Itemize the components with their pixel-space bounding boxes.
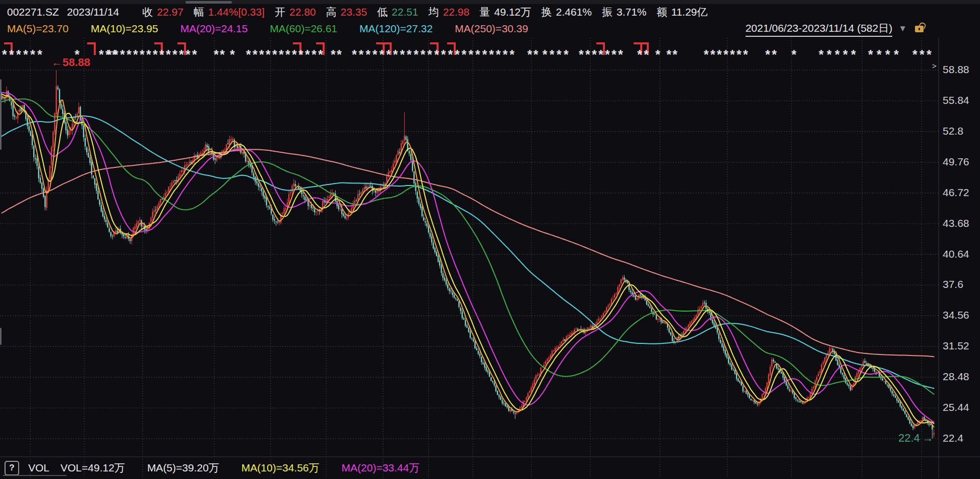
dividend-marker-icon: * (448, 48, 453, 61)
dividend-marker-icon: * (259, 48, 264, 61)
dividend-marker-icon: * (279, 48, 284, 61)
quote-field-label: 均 (428, 6, 439, 18)
dividend-marker-icon: * (611, 48, 617, 61)
stock-chart-app: 002271.SZ 2023/11/14 收22.97幅1.44%[0.33]开… (0, 0, 980, 479)
dividend-marker-icon: * (737, 48, 742, 61)
dividend-marker-icon: * (379, 48, 384, 61)
volume-tab-underline (3, 475, 67, 476)
dividend-marker-icon: * (37, 48, 42, 61)
quote-field-value: 22.98 (443, 6, 470, 18)
price-axis-label: 52.8 (943, 125, 963, 137)
quote-field-label: 额 (657, 6, 667, 18)
volume-legend-item: MA(20)=33.44万 (342, 462, 420, 473)
price-axis-label: 40.64 (943, 248, 969, 260)
ma-legend-item: MA(60)=26.61 (270, 23, 337, 34)
dividend-marker-icon: * (298, 48, 303, 61)
dividend-marker-icon: * (359, 48, 364, 61)
quote-field-label: 收 (142, 6, 153, 18)
window-top-strip (0, 0, 980, 4)
dividend-marker-icon: * (927, 48, 932, 61)
dividend-marker-icon: * (246, 48, 251, 61)
dividend-marker-icon: * (827, 48, 832, 61)
window-high-annotation: ←58.88 (51, 56, 90, 69)
dividend-marker-icon: * (159, 48, 164, 61)
quote-date: 2023/11/14 (67, 6, 119, 18)
quote-field-label: 量 (479, 6, 490, 18)
dividend-marker-icon: * (400, 48, 405, 61)
quote-field-label: 振 (602, 6, 612, 18)
dividend-marker-icon: * (877, 48, 882, 61)
dividend-marker-icon: * (413, 48, 418, 61)
dividend-marker-icon: * (475, 48, 480, 61)
dividend-marker-icon: * (441, 48, 446, 61)
volume-legend-item: MA(5)=39.20万 (147, 462, 219, 473)
dividend-marker-icon: * (107, 48, 112, 61)
dividend-marker-icon: * (851, 48, 856, 61)
stock-symbol: 002271.SZ (7, 6, 59, 18)
top-strip-segment (186, 1, 232, 4)
dividend-marker-icon: * (672, 48, 678, 61)
dividend-marker-icon: * (272, 48, 277, 61)
dividend-marker-icon: * (920, 48, 925, 61)
price-axis-label: 58.88 (943, 64, 969, 76)
quote-field-label: 低 (377, 6, 388, 18)
price-axis-label: 34.56 (943, 309, 969, 321)
quote-field-value: 22.97 (157, 6, 183, 18)
help-button[interactable]: ? (5, 461, 19, 475)
dividend-marker-icon: * (592, 48, 597, 61)
window-low-value: 22.4 (898, 432, 920, 445)
dividend-marker-icon: * (2, 48, 7, 61)
quote-header-row: 002271.SZ 2023/11/14 收22.97幅1.44%[0.33]开… (0, 5, 980, 20)
dividend-marker-icon: * (482, 48, 487, 61)
dividend-marker-icon: * (579, 48, 584, 61)
dividend-marker-icon: * (99, 48, 104, 61)
chevron-down-icon[interactable]: ▼ (898, 24, 907, 34)
unlock-icon[interactable] (915, 26, 924, 32)
dividend-marker-icon: * (468, 48, 473, 61)
quote-field-value: 22.80 (289, 6, 316, 18)
dividend-marker-icon: * (192, 48, 197, 61)
dividend-marker-icon: * (127, 48, 132, 61)
dividend-marker-icon: * (843, 48, 848, 61)
price-axis-label: 25.44 (943, 401, 969, 413)
volume-legend-items: VOLVOL=49.12万MA(5)=39.20万MA(10)=34.56万MA… (19, 461, 419, 475)
dividend-marker-icon: * (542, 48, 547, 61)
dividend-marker-icon: * (352, 48, 357, 61)
dividend-marker-icon: * (717, 48, 722, 61)
window-low-annotation: 22.4 → (898, 432, 934, 445)
date-range-label[interactable]: 2021/06/23-2023/11/14 (582日) (746, 21, 893, 37)
dividend-marker-icon: * (253, 48, 258, 61)
price-axis-label: 22.4 (943, 432, 963, 444)
range-selector[interactable]: 2021/06/23-2023/11/14 (582日) ▼ (746, 21, 924, 37)
dividend-marker-icon: * (835, 48, 840, 61)
dividend-marker-icon: * (772, 48, 777, 61)
dividend-marker-icon: * (549, 48, 555, 61)
quote-field-value: 2.461% (556, 6, 592, 18)
ma-legend-item: MA(20)=24.15 (180, 23, 248, 34)
ma-legend: MA(5)=23.70MA(10)=23.95MA(20)=24.15MA(60… (7, 23, 550, 35)
dividend-marker-icon: * (312, 48, 317, 61)
volume-pane-legend: ? VOLVOL=49.12万MA(5)=39.20万MA(10)=34.56万… (0, 458, 980, 478)
ma-legend-item: MA(120)=27.32 (359, 23, 433, 34)
price-axis-label: 37.6 (943, 278, 963, 290)
kline-chart-plot-area[interactable] (0, 38, 980, 479)
dividend-marker-icon: * (133, 48, 138, 61)
dividend-marker-icon: * (9, 48, 14, 61)
dividend-marker-icon: * (120, 48, 125, 61)
quote-field-label: 换 (541, 6, 552, 18)
dividend-marker-icon: * (179, 48, 184, 61)
dividend-marker-icon: * (166, 48, 171, 61)
dividend-marker-icon: * (885, 48, 890, 61)
dividend-marker-icon: * (292, 48, 297, 61)
dividend-marker-icon: * (723, 48, 728, 61)
dividend-marker-icon: * (113, 48, 118, 61)
dividend-marker-icon: * (666, 48, 671, 61)
dividend-marker-icon: * (489, 48, 494, 61)
quote-field-label: 开 (275, 6, 285, 18)
left-scroll-indicator-small[interactable] (0, 328, 2, 345)
dividend-marker-icon: * (266, 48, 271, 61)
left-scroll-indicator[interactable] (0, 79, 2, 150)
dividend-marker-icon: * (564, 48, 569, 61)
dividend-marker-icon: * (765, 48, 770, 61)
dividend-marker-icon: * (510, 48, 515, 61)
